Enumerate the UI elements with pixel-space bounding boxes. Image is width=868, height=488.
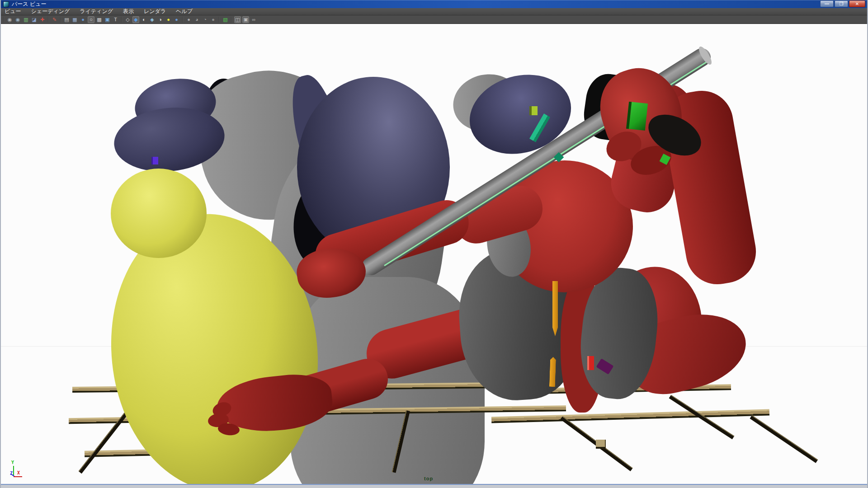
yellow-head [111,169,207,258]
close-button[interactable]: ✕ [849,0,865,7]
toolbar-separator [121,17,122,23]
camera-name-label: top [424,476,433,481]
orange-ribbon-handle[interactable] [552,281,558,336]
frame-object-icon[interactable]: ▣ [242,16,249,23]
image-plane-icon[interactable]: ◪ [31,16,38,23]
restore-button[interactable]: ❐ [835,0,848,7]
perspective-viewport[interactable]: Y Z X top [1,24,867,484]
maya-panel-window: パース ビュー — ❐ ✕ ビューシェーディングライティング表示レンダラヘルプ … [0,0,868,488]
menu-help[interactable]: ヘルプ [176,8,193,15]
menu-show[interactable]: 表示 [123,8,134,15]
shadows-sphere-icon[interactable]: ● [185,16,192,23]
red-bar-handle[interactable] [587,356,594,370]
dof-sphere-icon[interactable]: ● [210,16,217,23]
wire-cube-icon[interactable]: ◇ [124,16,131,23]
axis-y-line [13,466,14,475]
move-manipulator-icon[interactable]: ✚ [39,16,46,23]
pencil-tool-icon[interactable]: ✎ [51,16,58,23]
window-title: パース ビュー [12,0,46,8]
ao-sphere-icon[interactable]: ◕ [193,16,200,23]
axis-x-line [14,476,22,477]
menu-renderer[interactable]: レンダラ [144,8,166,15]
shaded-cube-icon[interactable]: ◆ [132,16,139,23]
movie-camera-icon[interactable]: ◉ [6,16,13,23]
film-gate-icon[interactable]: ▦ [71,16,78,23]
playblast-icon[interactable]: ▣ [104,16,111,23]
grid-depth-stick [750,415,818,463]
material-sphere-icon[interactable]: ● [173,16,180,23]
green-plate-handle[interactable] [626,102,648,131]
text-hud-icon[interactable]: T [112,16,119,23]
grid-post [596,440,606,449]
window-bottom-border [1,484,867,488]
checker-sphere-icon[interactable]: ◐ [141,16,147,23]
axis-x-label: X [17,470,20,475]
textured-cube-icon[interactable]: ◈ [149,16,156,23]
checker-sphere2-icon[interactable]: ◑ [157,16,164,23]
axis-gizmo: Y Z X [9,460,32,484]
orange-ribbon-handle[interactable] [549,357,556,387]
camera-attributes-icon[interactable]: ◉ [14,16,21,23]
toolbar-separator [231,17,232,23]
wireframe-on-shaded-icon[interactable]: ▩ [96,16,103,23]
menu-lighting[interactable]: ライティング [80,8,113,15]
minimize-button[interactable]: — [820,0,834,7]
toolbar-separator [60,17,61,23]
isolate-select-icon[interactable]: ◫ [234,16,241,23]
toolbar-separator [3,17,4,23]
joint-link-icon[interactable]: ∞ [250,16,257,23]
title-bar[interactable]: パース ビュー — ❐ ✕ [1,0,867,8]
menu-view[interactable]: ビュー [5,8,21,15]
toolbar-separator [48,17,49,23]
axis-y-label: Y [11,460,14,465]
app-icon [3,1,9,7]
toolbar-separator [182,17,183,23]
violet-cube-handle[interactable] [151,157,158,164]
toolbar-separator [219,17,220,23]
panel-toolbar: ◉◉▥◪✚✎▤▦●○▩▣T◇◆◐◈◑●●●◕◔●▧◫▣∞ [1,15,867,24]
smooth-shade-sphere-icon[interactable]: ● [80,16,86,23]
bookmark-chart-icon[interactable]: ▥ [23,16,29,23]
lime-cube-cap-handle[interactable] [529,106,538,115]
wireframe-sphere-icon[interactable]: ○ [88,16,94,23]
panel-menu-bar: ビューシェーディングライティング表示レンダラヘルプ [1,8,867,15]
use-lights-icon[interactable]: ● [165,16,172,23]
menu-shading[interactable]: シェーディング [31,8,70,15]
select-region-icon[interactable]: ▧ [222,16,229,23]
motionblur-sphere-icon[interactable]: ◔ [202,16,208,23]
grid-book-icon[interactable]: ▤ [63,16,70,23]
